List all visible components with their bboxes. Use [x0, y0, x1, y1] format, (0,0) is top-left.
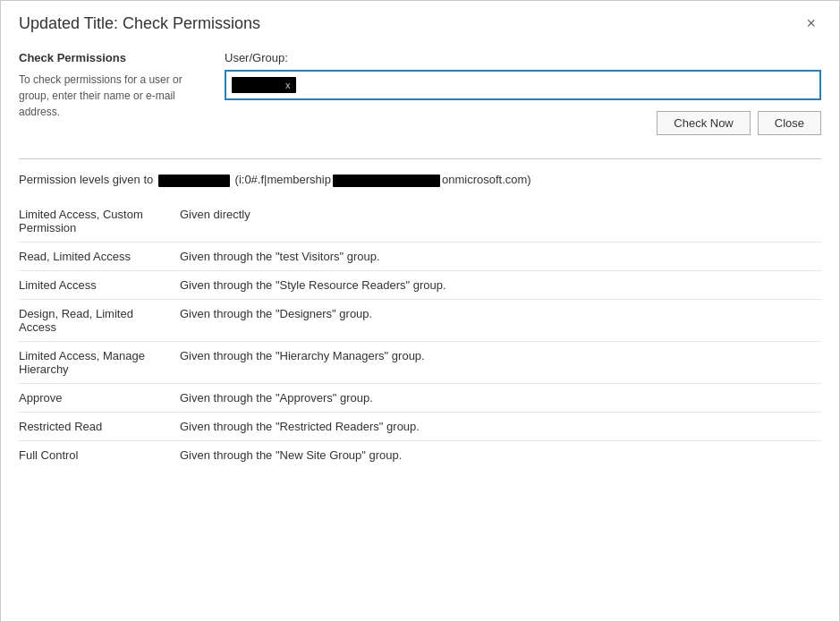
- table-row: Approve Given through the "Approvers" gr…: [19, 384, 821, 413]
- permissions-section: Permission levels given to (i:0#.f|membe…: [19, 159, 821, 469]
- table-row: Limited Access, Manage Hierarchy Given t…: [19, 342, 821, 384]
- dialog-title-bar: Updated Title: Check Permissions ×: [1, 1, 839, 42]
- close-button[interactable]: Close: [758, 111, 821, 135]
- user-input-row[interactable]: x: [225, 70, 821, 100]
- check-permissions-dialog: Updated Title: Check Permissions × Check…: [0, 0, 840, 622]
- section-description: To check permissions for a user or group…: [19, 72, 198, 120]
- input-panel: User/Group: x Check Now Close: [225, 51, 821, 135]
- permission-level: Approve: [19, 384, 180, 413]
- user-group-input[interactable]: [300, 75, 814, 95]
- user-tag-remove[interactable]: x: [285, 80, 291, 90]
- permission-level: Design, Read, Limited Access: [19, 300, 180, 342]
- permission-level: Restricted Read: [19, 413, 180, 441]
- permission-how: Given through the "Approvers" group.: [180, 384, 821, 413]
- permission-header-prefix: Permission levels given to: [19, 173, 153, 186]
- permission-how: Given directly: [180, 200, 821, 243]
- permission-level: Limited Access, Manage Hierarchy: [19, 342, 180, 384]
- description-panel: Check Permissions To check permissions f…: [19, 51, 198, 120]
- dialog-close-button[interactable]: ×: [801, 13, 821, 33]
- table-row: Read, Limited Access Given through the "…: [19, 243, 821, 271]
- permission-header-suffix: onmicrosoft.com): [442, 173, 531, 186]
- permission-how: Given through the "Style Resource Reader…: [180, 271, 821, 300]
- permission-level: Limited Access, Custom Permission: [19, 200, 180, 243]
- table-row: Limited Access, Custom Permission Given …: [19, 200, 821, 243]
- user-tag-text: [237, 79, 282, 91]
- button-row: Check Now Close: [225, 111, 821, 135]
- top-section: Check Permissions To check permissions f…: [19, 51, 821, 149]
- dialog-title: Updated Title: Check Permissions: [19, 14, 260, 33]
- permission-level: Limited Access: [19, 271, 180, 300]
- table-row: Full Control Given through the "New Site…: [19, 441, 821, 470]
- check-now-button[interactable]: Check Now: [657, 111, 750, 135]
- table-row: Limited Access Given through the "Style …: [19, 271, 821, 300]
- user-group-label: User/Group:: [225, 51, 821, 64]
- permission-how: Given through the "test Visitors" group.: [180, 243, 821, 271]
- permissions-table: Limited Access, Custom Permission Given …: [19, 200, 821, 469]
- permission-header-user: [158, 175, 230, 187]
- permission-level: Full Control: [19, 441, 180, 470]
- permission-how: Given through the "Restricted Readers" g…: [180, 413, 821, 441]
- permission-level: Read, Limited Access: [19, 243, 180, 271]
- section-title: Check Permissions: [19, 51, 198, 64]
- permission-header-email: [333, 175, 440, 187]
- table-row: Restricted Read Given through the "Restr…: [19, 413, 821, 441]
- permission-how: Given through the "New Site Group" group…: [180, 441, 821, 470]
- permission-header-membership: (i:0#.f|membership: [235, 173, 331, 186]
- permission-header: Permission levels given to (i:0#.f|membe…: [19, 172, 821, 188]
- permission-how: Given through the "Designers" group.: [180, 300, 821, 342]
- permission-how: Given through the "Hierarchy Managers" g…: [180, 342, 821, 384]
- user-tag: x: [232, 77, 296, 93]
- table-row: Design, Read, Limited Access Given throu…: [19, 300, 821, 342]
- dialog-body: Check Permissions To check permissions f…: [1, 42, 839, 487]
